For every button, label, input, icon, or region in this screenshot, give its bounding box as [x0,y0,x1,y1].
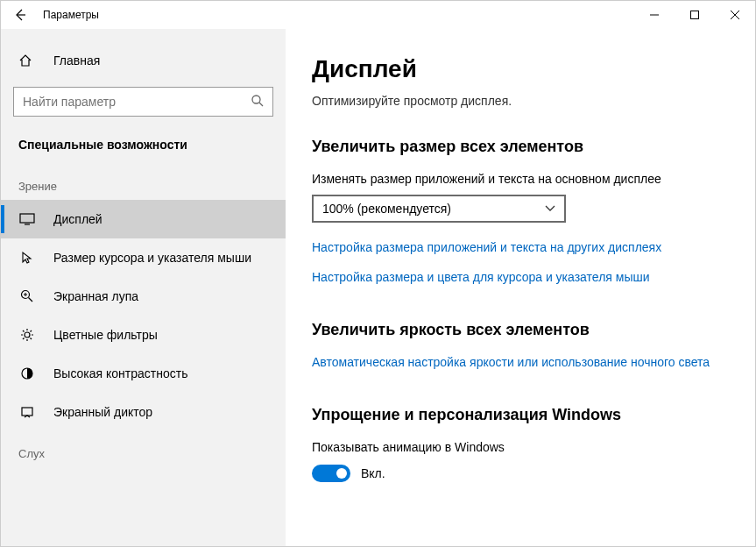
svg-rect-6 [22,408,32,416]
sidebar-item-display[interactable]: Дисплей [1,200,286,238]
sidebar-item-cursor[interactable]: Размер курсора и указателя мыши [1,238,286,277]
link-cursor-settings[interactable]: Настройка размера и цвета для курсора и … [312,270,729,284]
section-brightness-title: Увеличить яркость всех элементов [312,321,729,339]
section-simplify-title: Упрощение и персонализация Windows [312,406,729,424]
sidebar-item-label: Экранная лупа [53,289,138,303]
group-vision-label: Зрение [1,164,286,200]
maximize-button[interactable] [675,1,715,29]
category-header: Специальные возможности [1,132,286,164]
narrator-icon [18,405,36,419]
group-hearing-label: Слух [1,431,286,467]
sidebar-item-label: Размер курсора и указателя мыши [53,251,251,265]
svg-point-1 [252,96,260,103]
svg-point-4 [25,332,30,337]
page-title: Дисплей [312,55,729,83]
close-button[interactable] [715,1,755,29]
window-title: Параметры [43,9,99,21]
home-button[interactable]: Главная [1,43,286,78]
arrow-left-icon [14,9,26,21]
page-subtitle: Оптимизируйте просмотр дисплея. [312,94,729,108]
home-icon [18,53,36,67]
scale-label: Изменять размер приложений и текста на о… [312,172,729,186]
contrast-icon [18,366,36,380]
cursor-icon [18,251,36,265]
toggle-knob [336,468,347,479]
toggle-state-label: Вкл. [361,466,385,480]
display-icon [18,212,36,226]
sidebar-item-high-contrast[interactable]: Высокая контрастность [1,354,286,393]
sidebar-item-magnifier[interactable]: Экранная лупа [1,277,286,316]
minimize-icon [650,11,659,19]
sidebar-item-label: Дисплей [53,212,102,226]
toggle-animations[interactable] [312,465,350,482]
svg-rect-2 [20,214,34,223]
scale-select[interactable]: 100% (рекомендуется) [312,195,566,223]
main-content: Дисплей Оптимизируйте просмотр дисплея. … [286,29,755,546]
section-enlarge-title: Увеличить размер всех элементов [312,138,729,156]
magnifier-icon [18,289,36,303]
sidebar-item-narrator[interactable]: Экранный диктор [1,393,286,431]
link-other-displays[interactable]: Настройка размера приложений и текста на… [312,240,729,254]
sidebar-item-label: Высокая контрастность [53,366,187,380]
sidebar-item-label: Цветные фильтры [53,328,158,342]
maximize-icon [690,11,699,19]
back-button[interactable] [1,1,39,29]
svg-rect-0 [691,11,699,19]
brightness-icon [18,328,36,342]
home-label: Главная [53,53,100,67]
sidebar: Главная Специальные возможности Зрение Д… [1,29,286,546]
titlebar: Параметры [1,1,755,29]
close-icon [731,11,739,19]
sidebar-item-color-filters[interactable]: Цветные фильтры [1,316,286,354]
sidebar-item-label: Экранный диктор [53,405,152,419]
scale-select-value: 100% (рекомендуется) [322,202,451,216]
toggle-animations-label: Показывать анимацию в Windows [312,440,729,454]
search-icon [251,94,265,108]
minimize-button[interactable] [634,1,675,29]
search-input[interactable] [13,87,273,117]
link-brightness[interactable]: Автоматическая настройка яркости или исп… [312,355,729,369]
chevron-down-icon [545,205,555,212]
